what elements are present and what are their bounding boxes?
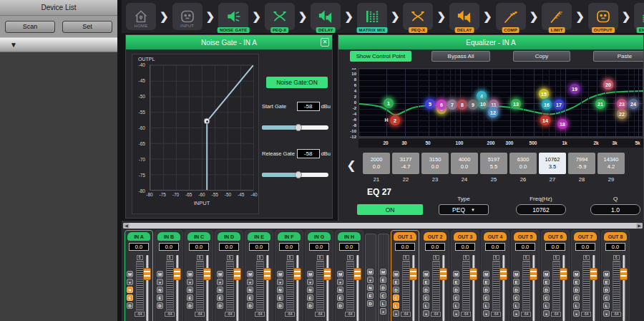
channel-gain-value[interactable]: 0.0 bbox=[455, 243, 475, 251]
plus-button[interactable]: + bbox=[483, 310, 489, 317]
plus-button[interactable]: + bbox=[337, 279, 343, 285]
eq-control-point-7[interactable]: 7 bbox=[447, 100, 457, 110]
limit-button[interactable]: L bbox=[423, 302, 429, 309]
toolbar-item-peq-x[interactable]: PEQ-X bbox=[403, 3, 433, 30]
noise-gate-button[interactable]: N bbox=[217, 287, 223, 293]
mute-button[interactable]: M bbox=[393, 271, 399, 277]
mute-button[interactable]: M bbox=[307, 271, 313, 277]
band-cell-29[interactable]: 143404.2 bbox=[597, 153, 625, 174]
delay-button[interactable]: D bbox=[157, 302, 163, 309]
eq-button[interactable]: E bbox=[543, 279, 550, 285]
fader[interactable] bbox=[439, 255, 448, 321]
fader[interactable] bbox=[263, 255, 272, 321]
noise-gate-button[interactable]: N bbox=[367, 284, 374, 291]
noise-gate-plot[interactable] bbox=[150, 64, 254, 191]
input-master-strip[interactable]: M+NED bbox=[365, 234, 376, 321]
eq-control-point-13[interactable]: 13 bbox=[511, 99, 521, 109]
plus-button[interactable]: + bbox=[127, 279, 133, 285]
mute-button[interactable]: M bbox=[127, 271, 133, 277]
release-gate-slider[interactable] bbox=[262, 171, 328, 178]
comp-button[interactable]: C bbox=[423, 294, 429, 301]
fader[interactable] bbox=[529, 255, 538, 321]
channel-strip-in-h[interactable]: IN H0.0M+NED6-64 bbox=[335, 230, 364, 321]
eq-button[interactable]: E bbox=[157, 294, 163, 301]
delay-button[interactable]: D bbox=[127, 302, 133, 309]
bypass-all-button[interactable]: Bypass All bbox=[431, 51, 490, 62]
comp-button[interactable]: C bbox=[393, 294, 399, 301]
mute-button[interactable]: M bbox=[367, 269, 374, 275]
eq-control-point-2[interactable]: 2 bbox=[390, 115, 400, 125]
q-value-box[interactable]: 1.0 bbox=[590, 204, 640, 215]
mute-button[interactable]: M bbox=[247, 271, 253, 277]
band-cell-23[interactable]: 31500.0 bbox=[421, 153, 449, 174]
toolbar-item-matrix-mix[interactable]: MATRIX MIX bbox=[357, 3, 387, 30]
show-control-point-button[interactable]: Show Control Point bbox=[350, 51, 411, 62]
scan-button[interactable]: Scan bbox=[5, 21, 55, 33]
fader[interactable] bbox=[203, 255, 212, 321]
mute-button[interactable]: M bbox=[187, 271, 193, 277]
fader[interactable] bbox=[172, 255, 182, 321]
limit-button[interactable]: L bbox=[513, 302, 519, 309]
limit-button[interactable]: L bbox=[453, 302, 459, 309]
noise-gate-button[interactable]: N bbox=[307, 287, 313, 293]
limit-button[interactable]: L bbox=[483, 302, 489, 309]
eq-button[interactable]: E bbox=[247, 294, 253, 301]
channel-gain-value[interactable]: 0.0 bbox=[309, 243, 329, 251]
plus-button[interactable]: + bbox=[453, 310, 459, 317]
fader[interactable] bbox=[469, 255, 478, 321]
mute-button[interactable]: M bbox=[483, 271, 489, 277]
mute-button[interactable]: M bbox=[217, 271, 223, 277]
channel-gain-value[interactable]: 0.0 bbox=[219, 243, 239, 251]
limit-button[interactable]: L bbox=[543, 302, 550, 309]
fader-handle[interactable] bbox=[353, 268, 361, 280]
fader-handle[interactable] bbox=[233, 268, 241, 280]
eq-control-point-9[interactable]: 9 bbox=[468, 100, 478, 110]
delay-button[interactable]: D bbox=[393, 287, 399, 293]
plus-button[interactable]: + bbox=[573, 310, 580, 317]
output-master-strip[interactable]: MEDCL+ bbox=[378, 234, 389, 321]
paste-button[interactable]: Paste bbox=[593, 51, 644, 62]
fader-handle[interactable] bbox=[439, 268, 447, 280]
delay-button[interactable]: D bbox=[337, 302, 343, 309]
mute-button[interactable]: M bbox=[573, 271, 580, 277]
eq-control-point-6[interactable]: 6 bbox=[436, 100, 447, 110]
band-cell-27[interactable]: 107623.5 bbox=[539, 153, 566, 174]
fader[interactable] bbox=[559, 255, 568, 321]
eq-control-point-1[interactable]: 1 bbox=[384, 98, 394, 108]
toolbar-item-limit[interactable]: LIMIT bbox=[542, 3, 572, 30]
scroll-left-icon[interactable]: ◀ bbox=[123, 223, 130, 229]
toolbar-item-enginer[interactable]: ENGINER bbox=[634, 3, 644, 30]
toolbar-item-home[interactable]: HOME bbox=[126, 3, 156, 30]
delay-button[interactable]: D bbox=[603, 287, 610, 293]
limit-button[interactable]: L bbox=[393, 302, 399, 309]
eq-button[interactable]: E bbox=[307, 294, 313, 301]
set-button[interactable]: Set bbox=[62, 21, 112, 33]
channel-gain-value[interactable]: 0.0 bbox=[279, 243, 299, 251]
channel-gain-value[interactable]: 0.0 bbox=[425, 243, 445, 251]
band-cell-28[interactable]: 7994-5.9 bbox=[568, 153, 595, 174]
fader-handle[interactable] bbox=[499, 268, 507, 280]
channel-strip-in-f[interactable]: IN F0.0M+NED6-64 bbox=[275, 230, 303, 321]
eq-button[interactable]: E bbox=[217, 294, 223, 301]
mute-button[interactable]: M bbox=[337, 271, 343, 277]
mute-button[interactable]: M bbox=[513, 271, 519, 277]
eq-button[interactable]: E bbox=[337, 294, 343, 301]
eq-button[interactable]: E bbox=[367, 292, 374, 299]
eq-button[interactable]: E bbox=[573, 279, 580, 285]
noise-gate-on-button[interactable]: Noise Gate:ON bbox=[266, 77, 328, 88]
delay-button[interactable]: D bbox=[423, 287, 429, 293]
noise-gate-button[interactable]: N bbox=[187, 287, 193, 293]
mute-button[interactable]: M bbox=[380, 269, 386, 275]
plus-button[interactable]: + bbox=[307, 279, 313, 285]
comp-button[interactable]: C bbox=[513, 294, 519, 301]
fader-handle[interactable] bbox=[323, 268, 331, 280]
eq-button[interactable]: E bbox=[513, 279, 519, 285]
delay-button[interactable]: D bbox=[307, 302, 313, 309]
eq-control-point-5[interactable]: 5 bbox=[425, 99, 435, 109]
comp-button[interactable]: C bbox=[453, 294, 459, 301]
mute-button[interactable]: M bbox=[157, 271, 163, 277]
fader[interactable] bbox=[499, 255, 508, 321]
copy-button[interactable]: Copy bbox=[513, 51, 570, 62]
delay-button[interactable]: D bbox=[247, 302, 253, 309]
delay-button[interactable]: D bbox=[277, 302, 283, 309]
